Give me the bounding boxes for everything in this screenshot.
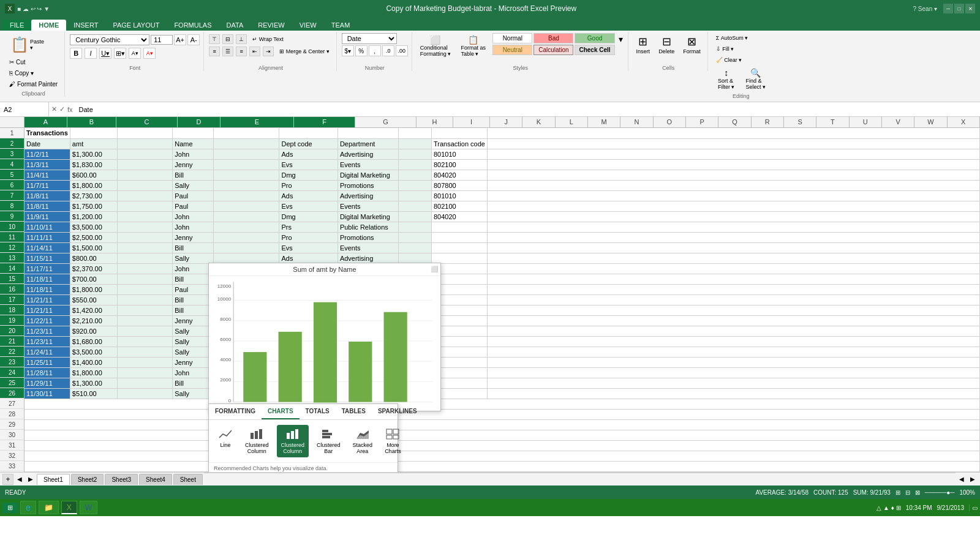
row-header-31[interactable]: 31: [0, 440, 24, 451]
cell-i2[interactable]: Transaction code: [431, 138, 487, 149]
cell-c20[interactable]: [118, 326, 173, 336]
align-bottom-btn[interactable]: ⊥: [236, 34, 247, 44]
cell-b19[interactable]: $2,210.00: [70, 315, 117, 326]
grid[interactable]: Transactions Date amt Name: [24, 128, 980, 472]
cell-i12[interactable]: [431, 242, 487, 253]
cell-a22[interactable]: 11/24/11: [24, 347, 70, 357]
row-header-10[interactable]: 10: [0, 222, 24, 232]
row-header-7[interactable]: 7: [0, 190, 24, 201]
tab-team[interactable]: TEAM: [324, 20, 358, 31]
col-header-a[interactable]: A: [24, 117, 67, 127]
cell-a3[interactable]: 11/2/11: [24, 149, 70, 159]
cell-b13[interactable]: $800.00: [70, 253, 117, 263]
qa-option-clustered-column-2[interactable]: ClusteredColumn: [277, 425, 309, 457]
insert-function-icon[interactable]: fx: [67, 106, 73, 113]
percent-btn[interactable]: %: [355, 45, 368, 56]
qa-option-more-charts[interactable]: MoreCharts: [380, 425, 405, 457]
cell-c14[interactable]: [118, 263, 173, 274]
delete-btn[interactable]: ⊟ Delete: [655, 33, 677, 56]
cell-d24[interactable]: John: [173, 367, 213, 378]
cell-d14[interactable]: John: [173, 263, 213, 274]
qa-option-clustered-bar[interactable]: ClusteredBar: [312, 425, 345, 457]
col-header-p[interactable]: P: [686, 117, 718, 127]
taskbar-excel-btn[interactable]: X: [61, 501, 77, 514]
fill-btn[interactable]: ⇩ Fill ▾: [713, 44, 737, 54]
clear-btn[interactable]: 🧹 Clear ▾: [713, 55, 745, 65]
increase-decimal-btn[interactable]: .00: [396, 45, 408, 56]
cell-c24[interactable]: [118, 367, 173, 378]
cell-a16[interactable]: 11/18/11: [24, 284, 70, 294]
cell-g10[interactable]: Public Relations: [337, 222, 398, 232]
cancel-formula-icon[interactable]: ✕: [51, 105, 57, 113]
cell-c18[interactable]: [118, 305, 173, 315]
col-header-d[interactable]: D: [178, 117, 221, 127]
row-header-33[interactable]: 33: [0, 461, 24, 471]
row-header-6[interactable]: 6: [0, 180, 24, 190]
bold-btn[interactable]: B: [70, 48, 82, 59]
cell-a17[interactable]: 11/21/11: [24, 294, 70, 305]
conditional-formatting-btn[interactable]: ⬜ ConditionalFormatting ▾: [417, 33, 454, 59]
cell-b1[interactable]: [70, 128, 117, 138]
col-header-t[interactable]: T: [816, 117, 849, 127]
col-header-b[interactable]: B: [67, 117, 116, 127]
cell-c11[interactable]: [118, 232, 173, 242]
cell-h6[interactable]: [398, 180, 431, 190]
scroll-area-btn[interactable]: ▶: [968, 476, 978, 482]
cell-d25[interactable]: Bill: [173, 378, 213, 388]
merge-center-btn[interactable]: ⊞ Merge & Center ▾: [276, 47, 333, 56]
cell-g3[interactable]: Advertising: [337, 149, 398, 159]
cell-b6[interactable]: $1,800.00: [70, 180, 117, 190]
cell-f13[interactable]: Ads: [279, 253, 337, 263]
cell-a9[interactable]: 11/9/11: [24, 211, 70, 222]
cell-f8[interactable]: Evs: [279, 201, 337, 211]
cell-a15[interactable]: 11/18/11: [24, 274, 70, 284]
fill-color-btn[interactable]: A▾: [129, 48, 141, 59]
cell-e12[interactable]: [213, 242, 279, 253]
cell-d15[interactable]: Bill: [173, 274, 213, 284]
col-header-g[interactable]: G: [355, 117, 417, 127]
minimize-btn[interactable]: ─: [943, 4, 953, 13]
cell-c16[interactable]: [118, 284, 173, 294]
cell-e13[interactable]: [213, 253, 279, 263]
cell-g2[interactable]: Department: [337, 138, 398, 149]
cell-e8[interactable]: [213, 201, 279, 211]
row-header-25[interactable]: 25: [0, 378, 24, 388]
cell-f9[interactable]: Dmg: [279, 211, 337, 222]
cell-b9[interactable]: $1,200.00: [70, 211, 117, 222]
row-header-22[interactable]: 22: [0, 347, 24, 357]
cell-e1[interactable]: [213, 128, 279, 138]
qa-tab-totals[interactable]: TOTALS: [300, 404, 336, 419]
style-neutral[interactable]: Neutral: [492, 45, 532, 55]
style-check-cell[interactable]: Check Cell: [575, 45, 614, 55]
row-header-20[interactable]: 20: [0, 326, 24, 336]
cell-g11[interactable]: Promotions: [337, 232, 398, 242]
more-styles-btn[interactable]: ▾: [617, 33, 624, 45]
cell-a4[interactable]: 11/3/11: [24, 159, 70, 170]
cell-a7[interactable]: 11/8/11: [24, 190, 70, 201]
cell-d4[interactable]: Jenny: [173, 159, 213, 170]
cell-c5[interactable]: [118, 170, 173, 180]
cell-a21[interactable]: 11/23/11: [24, 336, 70, 347]
cell-c26[interactable]: [118, 388, 173, 399]
cell-d16[interactable]: Paul: [173, 284, 213, 294]
qa-option-clustered-column-1[interactable]: ClusteredColumn: [241, 425, 273, 457]
cell-i3[interactable]: 801010: [431, 149, 487, 159]
row-header-16[interactable]: 16: [0, 284, 24, 294]
cell-c6[interactable]: [118, 180, 173, 190]
decrease-decimal-btn[interactable]: .0: [382, 45, 394, 56]
row-header-15[interactable]: 15: [0, 274, 24, 284]
align-right-btn[interactable]: ≡: [236, 47, 247, 56]
qa-tab-formatting[interactable]: FORMATTING: [209, 404, 262, 419]
row-header-18[interactable]: 18: [0, 305, 24, 315]
restore-btn[interactable]: □: [954, 4, 964, 13]
col-header-i[interactable]: I: [453, 117, 490, 127]
cell-d26[interactable]: Sally: [173, 388, 213, 399]
cell-b5[interactable]: $600.00: [70, 170, 117, 180]
confirm-formula-icon[interactable]: ✓: [59, 105, 65, 113]
cell-a2[interactable]: Date: [24, 138, 70, 149]
cell-i7[interactable]: 801010: [431, 190, 487, 201]
cell-d10[interactable]: John: [173, 222, 213, 232]
col-header-j[interactable]: J: [490, 117, 522, 127]
chart-expand-btn[interactable]: ⬜: [431, 266, 438, 272]
col-header-l[interactable]: L: [556, 117, 588, 127]
